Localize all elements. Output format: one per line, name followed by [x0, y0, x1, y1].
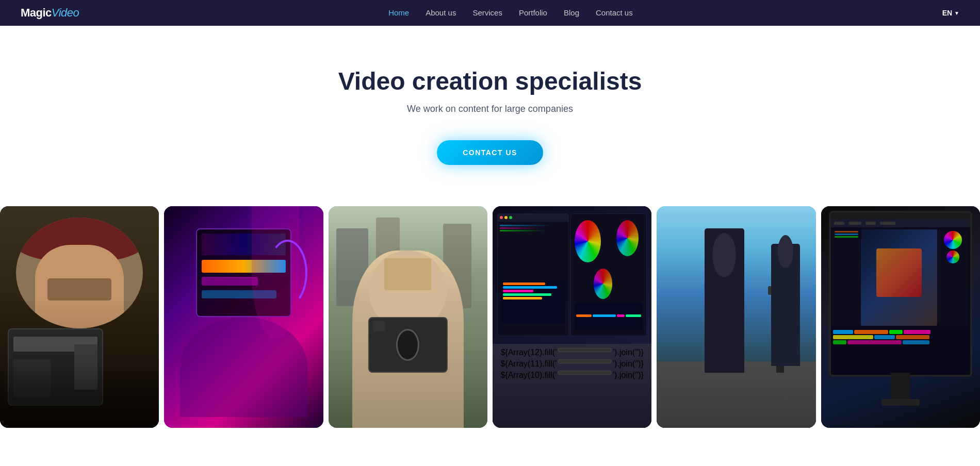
hero-heading: Video creation specialists — [10, 67, 970, 95]
nav-link-contact[interactable]: Contact us — [596, 8, 633, 17]
gallery-item-3 — [329, 206, 487, 428]
nav-item-portfolio[interactable]: Portfolio — [519, 8, 547, 18]
gallery-item-4: ${Array(12).fill('').join('')} ${Array(1… — [493, 206, 651, 428]
gallery-item-1 — [0, 206, 159, 428]
gallery-item-5 — [657, 206, 815, 428]
nav-link-about[interactable]: About us — [426, 8, 456, 17]
nav-item-services[interactable]: Services — [472, 8, 502, 18]
chevron-down-icon: ▼ — [954, 10, 959, 16]
nav-item-about[interactable]: About us — [426, 8, 456, 18]
gallery-section: ${Array(12).fill('').join('')} ${Array(1… — [0, 206, 980, 428]
nav-link-blog[interactable]: Blog — [564, 8, 579, 17]
nav-link-home[interactable]: Home — [388, 8, 409, 17]
nav-item-contact[interactable]: Contact us — [596, 8, 633, 18]
gallery-item-6 — [821, 206, 980, 428]
nav-link-services[interactable]: Services — [472, 8, 502, 17]
nav-item-blog[interactable]: Blog — [564, 8, 579, 18]
hero-section: Video creation specialists We work on co… — [0, 26, 980, 186]
language-switcher[interactable]: EN ▼ — [942, 9, 959, 17]
nav-links: Home About us Services Portfolio Blog Co… — [388, 8, 633, 18]
contact-us-button[interactable]: CONTACT US — [437, 140, 543, 165]
logo-video: Video — [52, 6, 79, 20]
lang-label: EN — [942, 9, 952, 17]
nav-item-home[interactable]: Home — [388, 8, 409, 18]
hero-subheading: We work on content for large companies — [10, 104, 970, 114]
nav-link-portfolio[interactable]: Portfolio — [519, 8, 547, 17]
logo[interactable]: MagicVideo — [21, 6, 79, 20]
logo-magic: Magic — [21, 6, 52, 20]
gallery-item-2 — [164, 206, 323, 428]
navigation: MagicVideo Home About us Services Portfo… — [0, 0, 980, 26]
